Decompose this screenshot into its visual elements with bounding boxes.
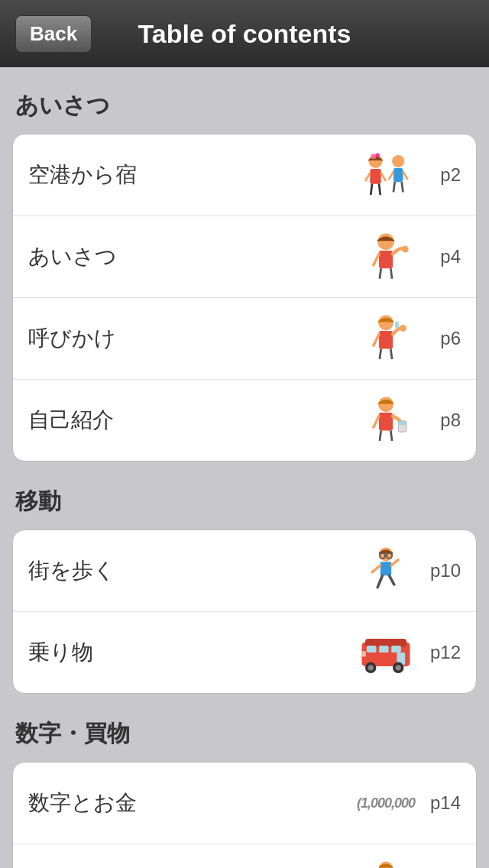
item-page: p8 bbox=[423, 410, 461, 431]
svg-line-39 bbox=[372, 565, 381, 572]
svg-line-9 bbox=[403, 172, 408, 180]
svg-line-16 bbox=[374, 254, 379, 264]
svg-point-6 bbox=[392, 155, 404, 167]
item-label: 自己紹介 bbox=[28, 406, 355, 435]
item-icon: (1,000,000 bbox=[355, 776, 416, 830]
svg-line-11 bbox=[402, 182, 403, 193]
svg-line-25 bbox=[390, 349, 392, 360]
svg-rect-30 bbox=[398, 421, 406, 425]
list-item[interactable]: 街を歩く p10 bbox=[13, 530, 476, 612]
svg-rect-21 bbox=[379, 331, 393, 348]
svg-point-13 bbox=[376, 153, 380, 157]
item-label: 乗り物 bbox=[28, 638, 355, 667]
item-icon bbox=[355, 394, 416, 447]
svg-line-41 bbox=[377, 575, 382, 587]
content-area: あいさつ空港から宿 bbox=[0, 67, 489, 868]
item-label: 呼びかけ bbox=[28, 324, 355, 353]
section-card-aisatsu: 空港から宿 bbox=[12, 134, 477, 462]
svg-line-17 bbox=[380, 268, 381, 279]
svg-rect-7 bbox=[393, 168, 403, 182]
svg-line-18 bbox=[390, 268, 392, 279]
item-icon bbox=[355, 626, 416, 679]
svg-point-19 bbox=[402, 246, 409, 253]
section-header-aisatsu: あいさつ bbox=[12, 83, 477, 129]
svg-line-4 bbox=[371, 184, 372, 195]
navigation-bar: Back Table of contents bbox=[0, 0, 489, 67]
item-icon bbox=[355, 148, 416, 202]
svg-point-34 bbox=[379, 547, 393, 561]
item-page: p14 bbox=[423, 792, 461, 814]
list-item[interactable]: 自己紹介 p8 bbox=[13, 380, 476, 461]
item-icon bbox=[355, 312, 416, 365]
svg-point-12 bbox=[371, 154, 376, 159]
list-item[interactable]: 買物・おみやげ p16 bbox=[13, 844, 476, 868]
list-item[interactable]: 呼びかけ p6 bbox=[13, 298, 476, 380]
svg-line-10 bbox=[393, 182, 395, 193]
svg-rect-1 bbox=[370, 169, 381, 184]
list-item[interactable]: 数字とお金(1,000,000p14 bbox=[13, 763, 476, 844]
section-header-kaimono: 数字・買物 bbox=[12, 711, 477, 757]
svg-rect-45 bbox=[367, 646, 377, 653]
item-page: p2 bbox=[423, 164, 461, 186]
item-label: 空港から宿 bbox=[28, 160, 355, 189]
svg-point-52 bbox=[396, 665, 401, 670]
item-label: 数字とお金 bbox=[28, 789, 355, 818]
svg-rect-53 bbox=[362, 651, 366, 656]
svg-point-20 bbox=[378, 315, 393, 330]
page-title: Table of contents bbox=[138, 19, 351, 49]
svg-line-2 bbox=[365, 173, 370, 181]
svg-rect-47 bbox=[391, 646, 401, 653]
svg-line-23 bbox=[374, 335, 379, 345]
svg-point-27 bbox=[378, 397, 393, 412]
section-header-ido: 移動 bbox=[12, 478, 477, 525]
section-card-kaimono: 数字とお金(1,000,000p14買物・おみやげ p16服と色 bbox=[12, 762, 477, 868]
back-button[interactable]: Back bbox=[15, 15, 92, 53]
svg-line-32 bbox=[380, 431, 381, 442]
list-item[interactable]: 乗り物 p bbox=[13, 612, 476, 693]
item-page: p4 bbox=[423, 246, 461, 267]
item-page: p12 bbox=[423, 642, 461, 663]
item-page: p10 bbox=[423, 560, 461, 581]
svg-rect-38 bbox=[381, 562, 391, 575]
svg-line-8 bbox=[389, 172, 393, 180]
svg-point-50 bbox=[368, 665, 374, 670]
svg-line-42 bbox=[390, 575, 394, 585]
item-label: あいさつ bbox=[28, 242, 355, 271]
item-label: 街を歩く bbox=[28, 556, 355, 585]
svg-rect-46 bbox=[379, 646, 389, 653]
svg-point-26 bbox=[395, 322, 399, 329]
svg-rect-15 bbox=[379, 251, 393, 268]
item-icon bbox=[355, 230, 416, 283]
svg-rect-28 bbox=[379, 413, 393, 430]
svg-line-40 bbox=[391, 560, 398, 565]
svg-line-33 bbox=[390, 431, 392, 442]
item-page: p6 bbox=[423, 328, 461, 349]
section-card-ido: 街を歩く p10乗り物 bbox=[12, 530, 477, 694]
item-icon bbox=[355, 858, 416, 868]
svg-line-31 bbox=[374, 416, 379, 427]
svg-point-14 bbox=[377, 233, 394, 250]
svg-line-24 bbox=[380, 349, 381, 360]
list-item[interactable]: 空港から宿 bbox=[13, 134, 476, 216]
item-icon bbox=[355, 544, 416, 598]
list-item[interactable]: あいさつ p4 bbox=[13, 216, 476, 298]
svg-line-5 bbox=[379, 184, 381, 195]
svg-line-3 bbox=[381, 173, 386, 181]
svg-point-22 bbox=[400, 325, 406, 332]
